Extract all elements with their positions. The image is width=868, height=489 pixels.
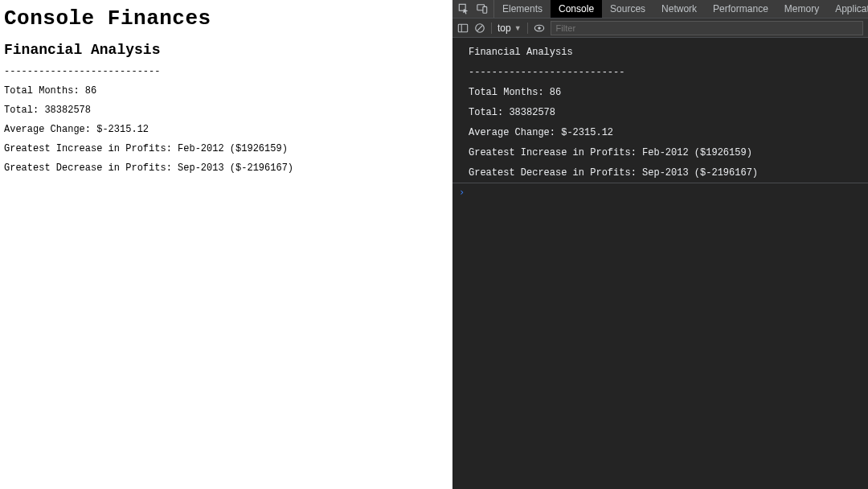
tab-network[interactable]: Network: [653, 0, 705, 18]
console-log-line: Total Months: 86: [452, 83, 868, 103]
svg-line-6: [477, 25, 483, 31]
tab-console[interactable]: Console: [551, 0, 602, 18]
page-line: Total Months: 86: [4, 85, 448, 97]
page-line: Total: 38382578: [4, 105, 448, 116]
console-prompt[interactable]: ›: [452, 183, 868, 201]
page-title: Console Finances: [4, 6, 448, 31]
toolbar-separator: [527, 23, 528, 34]
toolbar-separator: [491, 23, 492, 34]
svg-rect-2: [483, 6, 487, 13]
tab-memory[interactable]: Memory: [776, 0, 827, 18]
svg-point-8: [538, 27, 541, 30]
inspect-icon[interactable]: [458, 3, 469, 14]
tab-application[interactable]: Application: [827, 0, 868, 18]
page-content: Console Finances Financial Analysis ----…: [0, 0, 452, 489]
page-subtitle: Financial Analysis: [4, 42, 448, 58]
console-log-line: Total: 38382578: [452, 103, 868, 123]
console-log-line: Average Change: $-2315.12: [452, 123, 868, 143]
tab-performance[interactable]: Performance: [705, 0, 776, 18]
sidebar-toggle-icon[interactable]: [457, 23, 469, 34]
console-log-line: Greatest Increase in Profits: Feb-2012 (…: [452, 143, 868, 163]
page-line: Greatest Decrease in Profits: Sep-2013 (…: [4, 162, 448, 174]
clear-console-icon[interactable]: [474, 23, 485, 34]
svg-rect-3: [458, 24, 467, 32]
tab-sources[interactable]: Sources: [602, 0, 653, 18]
context-label: top: [497, 23, 511, 34]
devtools-panel: Elements Console Sources Network Perform…: [452, 0, 868, 489]
filter-input[interactable]: [551, 21, 863, 35]
page-line: Average Change: $-2315.12: [4, 124, 448, 135]
live-expression-icon[interactable]: [534, 23, 545, 34]
devtools-tabs: Elements Console Sources Network Perform…: [452, 0, 868, 18]
tab-elements[interactable]: Elements: [494, 0, 551, 18]
console-log-line: Financial Analysis: [452, 43, 868, 63]
console-log-line: Greatest Decrease in Profits: Sep-2013 (…: [452, 163, 868, 183]
console-output: Financial Analysis ---------------------…: [452, 38, 868, 489]
console-log-line: ---------------------------: [452, 63, 868, 83]
page-line: Greatest Increase in Profits: Feb-2012 (…: [4, 143, 448, 154]
tab-icon-group: [452, 0, 494, 18]
console-toolbar: top ▼: [452, 18, 868, 38]
execution-context-select[interactable]: top ▼: [497, 23, 522, 34]
page-divider: ---------------------------: [4, 66, 448, 77]
chevron-down-icon: ▼: [514, 24, 522, 32]
device-toggle-icon[interactable]: [477, 3, 488, 14]
